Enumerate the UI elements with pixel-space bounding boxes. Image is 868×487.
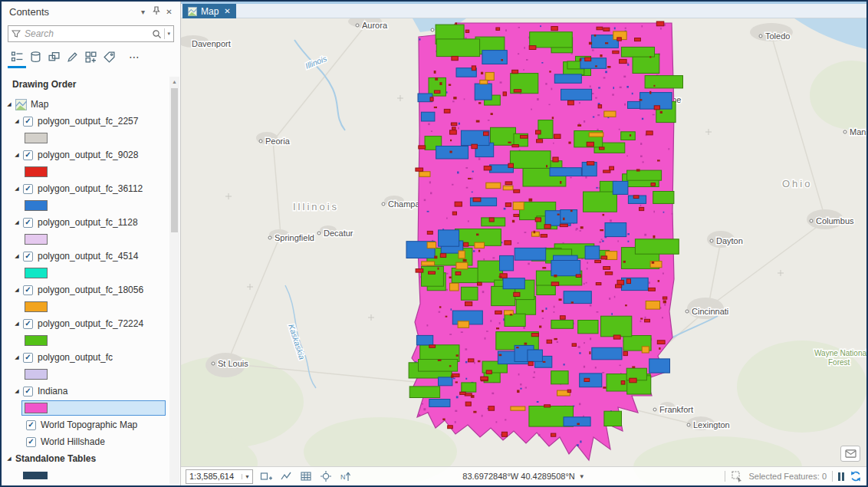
scrollbar-thumb[interactable]	[171, 88, 178, 232]
layer-item[interactable]: ◢✓polygon_output_fc_1128	[2, 214, 180, 231]
list-by-selection-icon[interactable]	[44, 48, 63, 68]
layer-symbol-row	[2, 298, 180, 315]
basemap-layer-item[interactable]: ✓World Hillshade	[2, 433, 180, 450]
flash-location-icon[interactable]	[318, 469, 333, 484]
layer-swatch[interactable]	[25, 369, 48, 380]
layer-checkbox[interactable]: ✓	[23, 353, 33, 363]
pin-icon[interactable]	[150, 6, 163, 17]
basemap: AuroraGaryDavenportToledoFort WayneMansf…	[181, 18, 866, 485]
layer-symbol-row	[2, 332, 180, 349]
layer-checkbox[interactable]: ✓	[23, 285, 33, 295]
layer-swatch-row[interactable]	[21, 400, 166, 416]
expander-icon[interactable]: ◢	[12, 354, 21, 360]
layer-swatch[interactable]	[25, 133, 48, 143]
scale-selector[interactable]: 1:3,585,614 ▼	[186, 469, 253, 484]
expander-icon[interactable]: ◢	[12, 287, 21, 293]
layer-checkbox[interactable]: ✓	[23, 150, 33, 160]
layer-checkbox[interactable]: ✓	[26, 420, 36, 430]
expander-icon[interactable]: ◢	[5, 456, 14, 462]
layer-item[interactable]: ◢✓polygon_output_fc_72224	[2, 315, 180, 332]
tab-map[interactable]: Map ✕	[182, 4, 236, 18]
layer-symbol-row	[2, 197, 180, 214]
svg-text:Springfield: Springfield	[275, 233, 314, 242]
map-group-icon	[15, 99, 27, 110]
layer-item[interactable]: ◢✓polygon_output_fc_36112	[2, 180, 180, 197]
new-extent-icon[interactable]	[258, 469, 273, 484]
refresh-icon[interactable]	[850, 470, 862, 482]
expander-icon[interactable]: ◢	[12, 152, 21, 158]
expander-icon[interactable]: ◢	[12, 388, 21, 394]
layer-swatch-row[interactable]	[21, 198, 166, 213]
svg-text:N: N	[340, 473, 346, 481]
layer-swatch-row[interactable]	[21, 130, 166, 146]
list-by-labeling-icon[interactable]	[100, 48, 118, 68]
layer-swatch[interactable]	[25, 335, 48, 346]
drawing-order-label: Drawing Order	[2, 70, 180, 93]
layer-checkbox[interactable]: ✓	[23, 387, 33, 397]
layer-swatch[interactable]	[25, 200, 48, 211]
contents-scrollbar[interactable]: ▲	[169, 77, 179, 484]
expander-icon[interactable]: ◢	[12, 186, 21, 192]
layer-tree: ◢Map◢✓polygon_output_fc_2257◢✓polygon_ou…	[2, 96, 180, 479]
layer-label: polygon_output_fc_4514	[38, 251, 138, 262]
layer-checkbox[interactable]: ✓	[23, 218, 33, 228]
layer-item[interactable]: ◢✓polygon_output_fc_9028	[2, 146, 180, 163]
search-input[interactable]: Search ▾	[8, 25, 174, 42]
layer-swatch[interactable]	[25, 234, 48, 245]
layer-checkbox[interactable]: ✓	[23, 252, 33, 262]
svg-text:St Louis: St Louis	[218, 359, 248, 368]
list-by-drawing-order-icon[interactable]	[8, 48, 26, 68]
tab-close-icon[interactable]: ✕	[224, 7, 230, 15]
layer-swatch[interactable]	[25, 403, 48, 413]
map-canvas[interactable]: AuroraGaryDavenportToledoFort WayneMansf…	[181, 18, 866, 485]
list-by-snapping-icon[interactable]	[81, 48, 100, 68]
layer-label: polygon_output_fc_1128	[38, 217, 138, 228]
layer-swatch-row[interactable]	[21, 367, 166, 382]
layer-swatch[interactable]	[25, 301, 48, 312]
coordinates-value: 83.6972848°W 40.4289508°N	[462, 472, 574, 481]
layer-item[interactable]: ◢✓polygon_output_fc_4514	[2, 248, 180, 265]
layer-swatch-row[interactable]	[21, 299, 166, 314]
layer-swatch-row[interactable]	[21, 333, 166, 348]
layer-item[interactable]: ◢✓polygon_output_fc	[2, 349, 180, 366]
layer-swatch[interactable]	[25, 268, 48, 278]
notifications-button[interactable]	[840, 446, 860, 462]
layer-swatch-row[interactable]	[21, 265, 166, 281]
expander-icon[interactable]: ◢	[5, 101, 14, 107]
sketch-icon[interactable]	[278, 469, 293, 484]
svg-text:Wayne National: Wayne National	[814, 349, 866, 357]
layer-checkbox[interactable]: ✓	[23, 117, 33, 127]
more-options-icon[interactable]: ⋯	[129, 48, 140, 65]
coordinates-dropdown-icon[interactable]: ▼	[579, 473, 585, 480]
scale-dropdown-icon[interactable]: ▼	[242, 474, 252, 479]
expander-icon[interactable]: ◢	[12, 118, 21, 124]
layer-checkbox[interactable]: ✓	[23, 184, 33, 194]
north-arrow-icon[interactable]: N	[338, 469, 353, 484]
grid-icon[interactable]	[298, 469, 313, 484]
layer-item[interactable]: ◢✓polygon_output_fc_18056	[2, 281, 180, 298]
layer-item[interactable]: ◢✓polygon_output_fc_2257	[2, 113, 180, 130]
standalone-tables-section[interactable]: ◢Standalone Tables	[2, 450, 180, 467]
expander-icon[interactable]: ◢	[12, 321, 21, 327]
search-icon[interactable]	[152, 29, 162, 39]
layer-swatch-row[interactable]	[21, 232, 166, 247]
layer-swatch-row[interactable]	[21, 164, 166, 179]
scroll-up-icon[interactable]: ▲	[169, 77, 179, 87]
layer-symbol-row	[2, 400, 180, 416]
list-by-editing-icon[interactable]	[63, 48, 81, 68]
pane-menu-icon[interactable]: ▾	[136, 8, 150, 16]
layer-item[interactable]: ◢✓Indiana	[2, 383, 180, 400]
search-options-icon[interactable]: ▾	[167, 31, 170, 37]
list-by-data-source-icon[interactable]	[26, 48, 44, 68]
layer-item-map[interactable]: ◢Map	[2, 96, 180, 113]
layer-symbol-row	[2, 163, 180, 180]
layer-checkbox[interactable]: ✓	[26, 437, 36, 447]
close-pane-icon[interactable]: ✕	[163, 8, 176, 16]
expander-icon[interactable]: ◢	[12, 219, 21, 225]
coordinates-display[interactable]: 83.6972848°W 40.4289508°N ▼	[462, 472, 584, 481]
pause-drawing-button[interactable]	[838, 472, 844, 481]
basemap-layer-item[interactable]: ✓World Topographic Map	[2, 416, 180, 433]
layer-checkbox[interactable]: ✓	[23, 319, 33, 329]
expander-icon[interactable]: ◢	[12, 253, 21, 259]
layer-swatch[interactable]	[25, 166, 48, 177]
